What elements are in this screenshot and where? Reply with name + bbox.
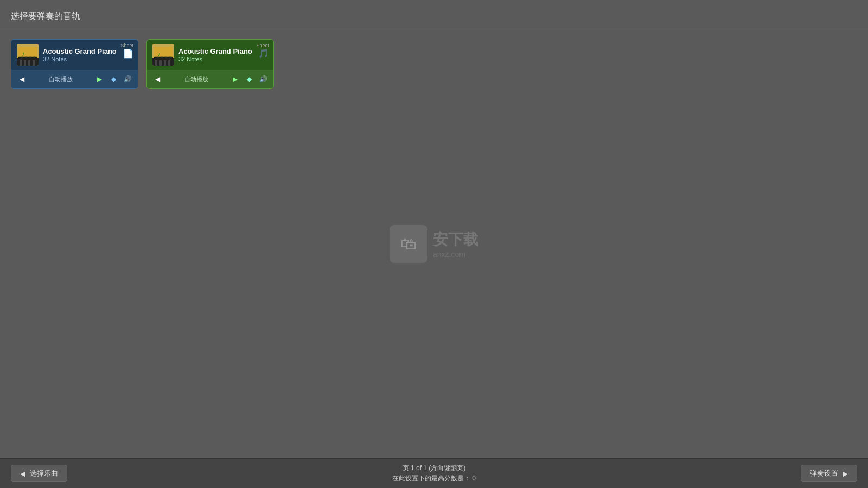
svg-rect-5 <box>33 57 35 63</box>
svg-text:♪: ♪ <box>158 50 161 57</box>
forward-arrow-icon: ▶ <box>843 470 848 478</box>
watermark-icon: 🛍 <box>390 225 427 263</box>
watermark-text-block: 安下载 anxz.com <box>433 229 478 259</box>
rewind-btn-blue[interactable]: ◀ <box>16 73 28 85</box>
page-title: 选择要弹奏的音轨 <box>11 11 857 22</box>
footer-right: 弹奏设置 ▶ <box>801 465 857 482</box>
diamond-btn-blue[interactable]: ◆ <box>107 73 119 85</box>
back-arrow-icon: ◀ <box>20 470 25 478</box>
track-card-top-green: ♪ Acoustic Grand Piano 32 Notes Sheet 🎵 <box>147 40 273 70</box>
settings-button-label: 弹奏设置 <box>810 468 838 478</box>
svg-rect-0 <box>18 47 37 61</box>
volume-btn-green[interactable]: 🔊 <box>257 73 269 85</box>
auto-play-label-green: 自动播放 <box>165 75 227 84</box>
piano-icon-blue: ♪ <box>17 44 39 66</box>
track-notes-green: 32 Notes <box>178 56 268 62</box>
track-card-top-blue: ♪ Acoustic Grand Piano 32 Notes Sheet 📄 <box>11 40 138 70</box>
page-info-line2-text: 在此设置下的最高分数是： <box>392 474 470 482</box>
play-btn-green[interactable]: ▶ <box>229 73 241 85</box>
svg-rect-10 <box>161 57 163 63</box>
track-name-green: Acoustic Grand Piano <box>178 47 268 56</box>
svg-rect-12 <box>169 57 171 63</box>
footer: ◀ 选择乐曲 页 1 of 1 (方向键翻页) 在此设置下的最高分数是： 0 弹… <box>0 458 868 488</box>
rewind-btn-green[interactable]: ◀ <box>151 73 163 85</box>
watermark-subtext: anxz.com <box>433 250 478 259</box>
sheet-badge-blue: Sheet 📄 <box>120 43 133 59</box>
sheet-icon-green: 🎵 <box>256 48 269 59</box>
svg-rect-7 <box>154 47 173 61</box>
page-info-line2: 在此设置下的最高分数是： 0 <box>392 473 476 484</box>
svg-rect-11 <box>165 57 167 63</box>
svg-rect-2 <box>21 57 23 63</box>
auto-play-label-blue: 自动播放 <box>30 75 91 84</box>
page-header: 选择要弹奏的音轨 <box>0 0 868 28</box>
page-info-line1: 页 1 of 1 (方向键翻页) <box>392 463 476 473</box>
track-controls-green: ◀ 自动播放 ▶ ◆ 🔊 <box>147 70 273 88</box>
track-card-blue[interactable]: ♪ Acoustic Grand Piano 32 Notes Sheet 📄 … <box>11 39 138 89</box>
footer-left: ◀ 选择乐曲 <box>11 465 67 482</box>
back-button[interactable]: ◀ 选择乐曲 <box>11 465 67 482</box>
track-name-blue: Acoustic Grand Piano <box>43 47 132 56</box>
track-notes-blue: 32 Notes <box>43 56 132 62</box>
settings-button[interactable]: 弹奏设置 ▶ <box>801 465 857 482</box>
play-btn-blue[interactable]: ▶ <box>93 73 105 85</box>
sheet-badge-green: Sheet 🎵 <box>256 43 269 59</box>
track-info-blue: Acoustic Grand Piano 32 Notes <box>43 47 132 63</box>
piano-icon-green: ♪ <box>152 44 174 66</box>
max-score-value: 0 <box>472 474 476 482</box>
volume-btn-blue[interactable]: 🔊 <box>122 73 133 85</box>
footer-page-info: 页 1 of 1 (方向键翻页) 在此设置下的最高分数是： 0 <box>392 463 476 484</box>
main-content: ♪ Acoustic Grand Piano 32 Notes Sheet 📄 … <box>0 28 868 100</box>
svg-rect-4 <box>29 57 31 63</box>
track-card-green[interactable]: ♪ Acoustic Grand Piano 32 Notes Sheet 🎵 … <box>146 39 274 89</box>
svg-rect-9 <box>157 57 159 63</box>
footer-center: 页 1 of 1 (方向键翻页) 在此设置下的最高分数是： 0 <box>392 463 476 484</box>
svg-rect-3 <box>25 57 27 63</box>
watermark-text: 安下载 <box>433 229 478 250</box>
svg-text:♪: ♪ <box>22 50 25 57</box>
track-info-green: Acoustic Grand Piano 32 Notes <box>178 47 268 63</box>
watermark: 🛍 安下载 anxz.com <box>390 225 478 263</box>
diamond-btn-green[interactable]: ◆ <box>243 73 255 85</box>
back-button-label: 选择乐曲 <box>30 468 58 478</box>
sheet-icon-blue: 📄 <box>120 48 133 59</box>
track-controls-blue: ◀ 自动播放 ▶ ◆ 🔊 <box>11 70 138 88</box>
